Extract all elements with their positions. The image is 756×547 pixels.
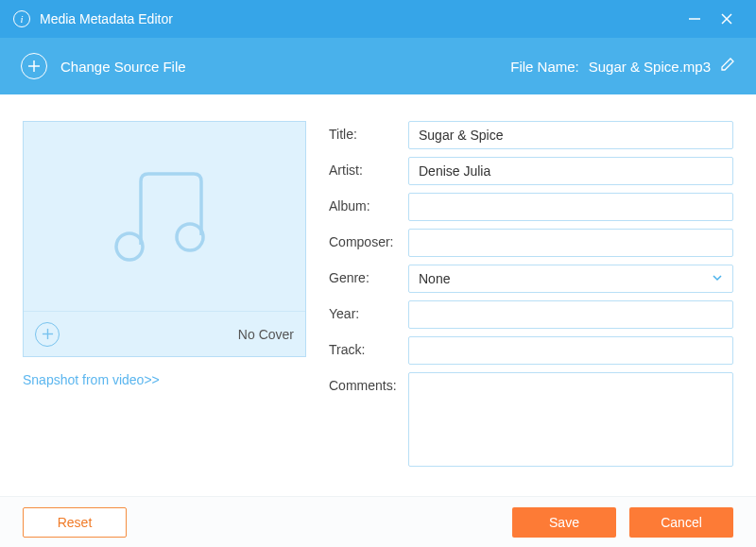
info-icon: i	[13, 10, 30, 27]
footer-bar: Reset Save Cancel	[0, 496, 756, 547]
year-label: Year:	[329, 300, 408, 321]
change-source-button[interactable]: Change Source File	[60, 59, 186, 75]
artist-input[interactable]	[408, 157, 733, 185]
composer-label: Composer:	[329, 229, 408, 249]
svg-point-6	[177, 224, 203, 250]
snapshot-from-video-link[interactable]: Snapshot from video>>	[23, 372, 306, 387]
artist-label: Artist:	[329, 157, 408, 178]
close-button[interactable]	[711, 0, 743, 38]
comments-input[interactable]	[408, 372, 733, 467]
title-bar: i Media Metadata Editor	[0, 0, 756, 38]
file-name-label: File Name:	[510, 59, 579, 75]
comments-label: Comments:	[329, 372, 408, 393]
track-input[interactable]	[408, 336, 733, 365]
svg-point-5	[116, 233, 143, 260]
album-label: Album:	[329, 193, 408, 214]
music-note-icon	[24, 122, 305, 311]
change-source-icon[interactable]	[21, 53, 47, 79]
form-column: Title: Artist: Album: Composer: Genre: N…	[329, 121, 733, 487]
title-label: Title:	[329, 121, 408, 142]
album-input[interactable]	[408, 193, 733, 221]
edit-filename-icon[interactable]	[720, 57, 735, 76]
genre-label: Genre:	[329, 265, 408, 285]
content-area: No Cover Snapshot from video>> Title: Ar…	[0, 94, 756, 496]
reset-button[interactable]: Reset	[23, 507, 127, 538]
track-label: Track:	[329, 336, 408, 357]
year-input[interactable]	[408, 300, 733, 329]
cover-column: No Cover Snapshot from video>>	[23, 121, 306, 487]
chevron-down-icon	[712, 271, 723, 286]
cover-box: No Cover	[23, 121, 306, 357]
cover-bottom-bar: No Cover	[24, 311, 305, 356]
add-cover-button[interactable]	[35, 322, 60, 347]
window-title: Media Metadata Editor	[40, 11, 173, 26]
cancel-button[interactable]: Cancel	[629, 507, 733, 538]
title-input[interactable]	[408, 121, 733, 149]
source-bar: Change Source File File Name: Sugar & Sp…	[0, 38, 756, 94]
no-cover-label: No Cover	[238, 327, 294, 342]
genre-value: None	[419, 271, 450, 286]
file-name-value: Sugar & Spice.mp3	[589, 59, 711, 75]
minimize-button[interactable]	[679, 0, 711, 38]
save-button[interactable]: Save	[512, 507, 616, 538]
genre-select[interactable]: None	[408, 265, 733, 293]
composer-input[interactable]	[408, 229, 733, 257]
